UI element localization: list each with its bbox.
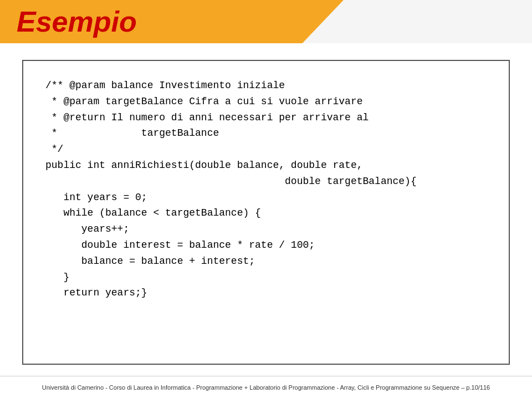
page-title: Esempio xyxy=(11,5,137,38)
code-block: /** @param balance Investimento iniziale… xyxy=(22,60,510,365)
code-line-7: double targetBalance){ xyxy=(45,174,487,190)
code-line-12: balance = balance + interest; xyxy=(45,253,487,269)
footer-text: Università di Camerino - Corso di Laurea… xyxy=(42,384,490,391)
header: Esempio xyxy=(0,0,532,43)
code-line-10: years++; xyxy=(45,221,487,237)
code-line-5: */ xyxy=(45,141,487,157)
code-line-11: double interest = balance * rate / 100; xyxy=(45,237,487,253)
code-line-14: return years;} xyxy=(45,285,487,301)
code-line-2: * @param targetBalance Cifra a cui si vu… xyxy=(45,94,487,110)
code-line-4: * targetBalance xyxy=(45,125,487,141)
code-line-9: while (balance < targetBalance) { xyxy=(45,205,487,221)
code-line-1: /** @param balance Investimento iniziale xyxy=(45,78,487,94)
code-line-8: int years = 0; xyxy=(45,190,487,206)
code-line-13: } xyxy=(45,269,487,285)
main-content: /** @param balance Investimento iniziale… xyxy=(0,43,532,376)
code-line-3: * @return Il numero di anni necessari pe… xyxy=(45,110,487,126)
footer: Università di Camerino - Corso di Laurea… xyxy=(0,376,532,398)
code-line-6: public int anniRichiesti(double balance,… xyxy=(45,157,487,174)
